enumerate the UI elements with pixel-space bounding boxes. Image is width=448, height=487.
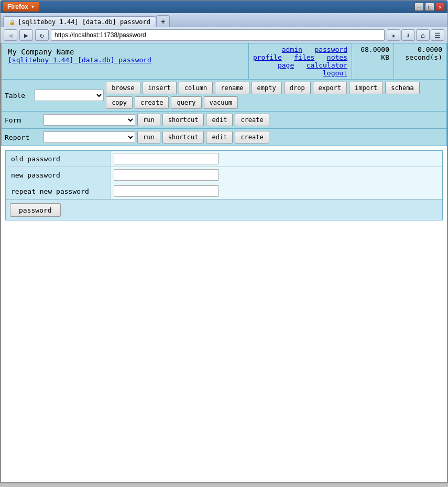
form-select[interactable] bbox=[43, 114, 135, 126]
tab-favicon: 🔒 bbox=[9, 19, 15, 25]
table-select[interactable] bbox=[35, 90, 104, 101]
form-create-button[interactable]: create bbox=[235, 114, 269, 126]
repeat-password-input-cell bbox=[111, 183, 442, 199]
repeat-password-input[interactable] bbox=[114, 185, 218, 197]
browse-button[interactable]: browse bbox=[106, 82, 140, 94]
nav-calculator-link[interactable]: calculator bbox=[307, 61, 347, 69]
form-label: Form bbox=[5, 116, 41, 124]
password-section: old password new password repeat new pas… bbox=[5, 150, 443, 220]
reload-button[interactable]: ↻ bbox=[35, 29, 49, 41]
new-password-row: new password bbox=[6, 167, 442, 183]
table-buttons: browse insert column rename empty drop e… bbox=[106, 82, 443, 109]
table-label: Table bbox=[5, 92, 32, 99]
new-tab-button[interactable]: + bbox=[156, 15, 170, 27]
stats-time-unit: second(s) bbox=[406, 53, 442, 61]
app-header: My Company Name [sqliteboy 1.44] [data.d… bbox=[1, 43, 447, 80]
vacuum-button[interactable]: vacuum bbox=[204, 96, 238, 109]
query-button[interactable]: query bbox=[171, 96, 201, 109]
new-password-input[interactable] bbox=[114, 169, 218, 181]
form-toolbar-row: Form run shortcut edit create bbox=[2, 112, 446, 129]
minimize-button[interactable]: ─ bbox=[414, 3, 424, 11]
stats-time: 0.0000 bbox=[418, 46, 442, 53]
header-nav: admin password profile files notes page … bbox=[248, 43, 352, 79]
repeat-password-label: repeat new password bbox=[6, 183, 111, 199]
company-name: My Company Name bbox=[8, 48, 242, 56]
form-buttons: run shortcut edit create bbox=[137, 114, 269, 126]
schema-button[interactable]: schema bbox=[385, 82, 419, 94]
page-content: My Company Name [sqliteboy 1.44] [data.d… bbox=[1, 43, 447, 483]
new-password-label: new password bbox=[6, 167, 111, 183]
back-button[interactable]: ◀ bbox=[4, 29, 17, 41]
address-right-buttons: ★ ⬇ ⌂ ☰ bbox=[387, 29, 444, 41]
report-edit-button[interactable]: edit bbox=[206, 131, 233, 143]
report-label: Report bbox=[5, 134, 41, 141]
report-shortcut-button[interactable]: shortcut bbox=[162, 131, 204, 143]
nav-admin-link[interactable]: admin bbox=[282, 46, 302, 53]
tab-title: [sqliteboy 1.44] [data.db] password bbox=[18, 18, 150, 26]
menu-button[interactable]: ☰ bbox=[431, 29, 444, 41]
window-controls: ─ □ ✕ bbox=[414, 3, 445, 11]
new-password-input-cell bbox=[111, 167, 442, 183]
export-button[interactable]: export bbox=[313, 82, 347, 94]
old-password-row: old password bbox=[6, 151, 442, 167]
stats-unit: KB bbox=[381, 53, 389, 61]
create-table-button[interactable]: create bbox=[135, 96, 169, 109]
header-time: 0.0000 second(s) bbox=[394, 43, 446, 79]
nav-profile-link[interactable]: profile bbox=[253, 53, 282, 61]
header-left: My Company Name [sqliteboy 1.44] [data.d… bbox=[2, 43, 248, 79]
nav-notes-link[interactable]: notes bbox=[327, 53, 347, 61]
report-toolbar-row: Report run shortcut edit create bbox=[2, 129, 446, 146]
active-tab[interactable]: 🔒 [sqliteboy 1.44] [data.db] password bbox=[3, 16, 156, 27]
drop-button[interactable]: drop bbox=[284, 82, 311, 94]
forward-button[interactable]: ▶ bbox=[19, 29, 33, 41]
form-shortcut-button[interactable]: shortcut bbox=[162, 114, 204, 126]
download-button[interactable]: ⬇ bbox=[401, 29, 415, 41]
table-toolbar-row: Table browse insert column rename empty … bbox=[2, 80, 446, 112]
password-submit-button[interactable]: password bbox=[10, 203, 61, 217]
report-select[interactable] bbox=[43, 131, 135, 143]
nav-password-link[interactable]: password bbox=[314, 46, 347, 53]
nav-logout-link[interactable]: logout bbox=[323, 69, 347, 77]
insert-button[interactable]: insert bbox=[143, 82, 177, 94]
column-button[interactable]: column bbox=[179, 82, 213, 94]
old-password-input[interactable] bbox=[114, 153, 218, 164]
import-button[interactable]: import bbox=[349, 82, 383, 94]
form-run-button[interactable]: run bbox=[137, 114, 160, 126]
close-button[interactable]: ✕ bbox=[435, 3, 445, 11]
firefox-menu-button[interactable]: Firefox bbox=[3, 2, 39, 12]
title-bar: Firefox ─ □ ✕ bbox=[1, 1, 447, 13]
report-run-button[interactable]: run bbox=[137, 131, 160, 143]
stats-size: 68.0000 bbox=[360, 46, 389, 53]
repeat-password-row: repeat new password bbox=[6, 183, 442, 200]
rename-button[interactable]: rename bbox=[215, 82, 249, 94]
address-bar: ◀ ▶ ↻ ★ ⬇ ⌂ ☰ bbox=[1, 27, 447, 43]
home-button[interactable]: ⌂ bbox=[416, 29, 430, 41]
tab-bar: 🔒 [sqliteboy 1.44] [data.db] password + bbox=[1, 13, 447, 27]
bookmark-icon[interactable]: ★ bbox=[387, 29, 400, 41]
old-password-input-cell bbox=[111, 151, 442, 167]
address-input[interactable] bbox=[51, 29, 385, 41]
restore-button[interactable]: □ bbox=[425, 3, 434, 11]
copy-button[interactable]: copy bbox=[106, 96, 133, 109]
form-edit-button[interactable]: edit bbox=[206, 114, 233, 126]
nav-page-link[interactable]: page bbox=[278, 61, 294, 69]
nav-files-link[interactable]: files bbox=[294, 53, 314, 61]
report-create-button[interactable]: create bbox=[235, 131, 269, 143]
old-password-label: old password bbox=[6, 151, 111, 167]
empty-button[interactable]: empty bbox=[252, 82, 282, 94]
toolbar-area: Table browse insert column rename empty … bbox=[1, 80, 447, 146]
title-bar-left: Firefox bbox=[3, 2, 39, 12]
header-stats: 68.0000 KB bbox=[352, 43, 394, 79]
db-title-link[interactable]: [sqliteboy 1.44] [data.db] password bbox=[8, 56, 151, 64]
report-buttons: run shortcut edit create bbox=[137, 131, 269, 143]
password-submit-row: password bbox=[6, 200, 442, 220]
browser-window: Firefox ─ □ ✕ 🔒 [sqliteboy 1.44] [data.d… bbox=[0, 0, 448, 483]
